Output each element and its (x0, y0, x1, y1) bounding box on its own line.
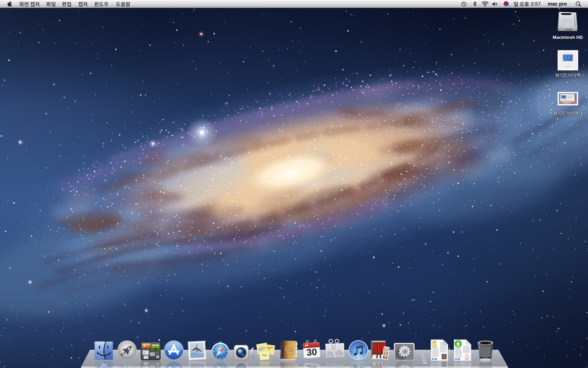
svg-text:2: 2 (508, 5, 510, 7)
svg-text:30: 30 (306, 363, 317, 368)
svg-text:30: 30 (306, 347, 317, 358)
svg-text:6: 6 (305, 345, 306, 347)
